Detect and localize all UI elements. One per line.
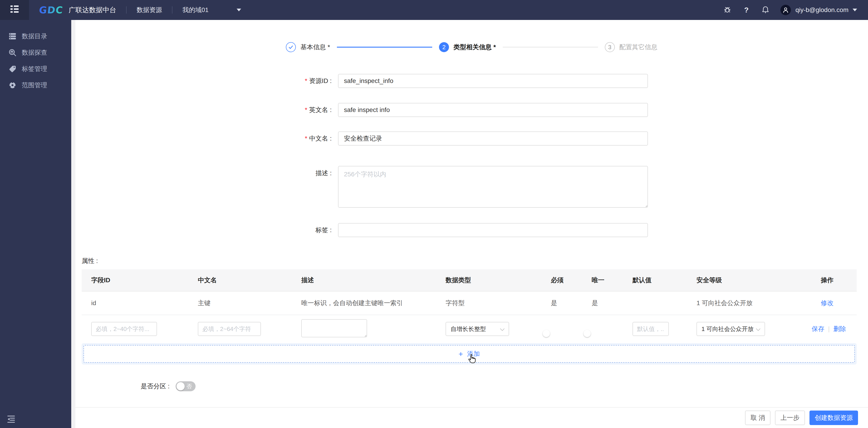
toggle-off-label: 否 (186, 383, 192, 390)
en-name-input[interactable] (338, 103, 648, 117)
step-basic-info[interactable]: 基本信息 * (286, 42, 330, 52)
required-mark: * (305, 135, 307, 142)
avatar (780, 5, 791, 15)
attributes-table: 字段ID 中文名 描述 数据类型 必须 唯一 默认值 安全等级 操作 id 主键… (82, 269, 857, 343)
step-label: 类型相关信息 * (454, 43, 496, 52)
database-icon (9, 32, 16, 40)
nav-data-resource[interactable]: 数据资源 (136, 6, 162, 14)
cell-security: 1 可向社会公众开放 (687, 299, 812, 307)
field-label: 描述 : (75, 169, 332, 178)
account-menu[interactable]: qiy-b@glodon.com (770, 5, 857, 15)
app-root: GDC 广联达数据中台 数据资源 我的域01 ? (0, 0, 868, 428)
create-data-resource-button[interactable]: 创建数据资源 (809, 410, 858, 425)
cn-name-input[interactable] (338, 131, 648, 145)
toggle-on-label: 是 (554, 330, 559, 337)
cell-field-id: id (82, 299, 188, 307)
step-type-info[interactable]: 2 类型相关信息 * (439, 42, 496, 52)
add-row-container: + 添加 (82, 343, 857, 365)
resource-id-input[interactable] (338, 74, 648, 88)
cell-required: 是 (541, 299, 582, 307)
add-button-label: 添加 (467, 350, 480, 358)
step-number: 2 (439, 42, 449, 52)
sidebar-item-label: 标签管理 (22, 65, 47, 73)
check-icon (288, 44, 293, 50)
sidebar-item-data-explore[interactable]: 数据探查 (0, 44, 71, 61)
brand: GDC 广联达数据中台 (39, 4, 116, 15)
sidebar-item-label: 数据探查 (22, 48, 47, 57)
step-connector (337, 47, 432, 47)
help-icon: ? (744, 6, 749, 14)
security-level-select-value: 1 可向社会公众开放 (702, 325, 754, 333)
tag-icon (9, 65, 16, 73)
desc-cell-textarea[interactable] (301, 319, 367, 337)
footer-bar: 取 消 上一步 创建数据资源 (75, 407, 868, 428)
table-header-row: 字段ID 中文名 描述 数据类型 必须 唯一 默认值 安全等级 操作 (82, 269, 857, 292)
security-level-select[interactable]: 1 可向社会公众开放 (696, 322, 765, 336)
data-type-select[interactable]: 自增长长整型 (445, 322, 509, 336)
notifications-button[interactable] (762, 6, 770, 14)
col-actions: 操作 (812, 276, 857, 285)
cell-data-type: 字符型 (436, 299, 541, 307)
caret-down-icon (852, 9, 857, 11)
step-label: 配置其它信息 (619, 43, 657, 52)
scrollbar-track[interactable] (71, 20, 75, 428)
cell-unique: 是 (582, 299, 623, 307)
col-data-type: 数据类型 (436, 276, 541, 285)
explore-icon (9, 49, 16, 57)
toggle-on-label: 是 (595, 330, 600, 337)
col-field-id: 字段ID (82, 276, 188, 285)
plus-icon: + (459, 350, 463, 358)
partition-label: 是否分区 : (141, 382, 170, 391)
attributes-title: 属性 : (82, 257, 98, 265)
table-edit-row: 自增长长整型 是 是 (82, 315, 857, 343)
cancel-button[interactable]: 取 消 (745, 410, 770, 425)
menu-fold-button[interactable] (7, 415, 15, 423)
col-required: 必须 (541, 276, 582, 285)
top-bar: GDC 广联达数据中台 数据资源 我的域01 ? (0, 0, 868, 20)
default-value-input[interactable] (632, 322, 669, 336)
required-mark: * (305, 77, 307, 84)
delete-link[interactable]: 删除 (833, 325, 846, 332)
scope-icon (9, 81, 16, 89)
sidebar-item-scope-management[interactable]: 范围管理 (0, 77, 71, 93)
cell-cn-name: 主键 (188, 299, 292, 307)
apps-menu-icon (10, 5, 19, 14)
chevron-down-icon (500, 326, 504, 331)
domain-selector[interactable]: 我的域01 (182, 6, 241, 14)
apps-menu-button[interactable] (0, 0, 29, 20)
col-desc: 描述 (292, 276, 436, 285)
cn-name-cell-input[interactable] (198, 322, 261, 336)
sidebar-item-label: 范围管理 (22, 81, 47, 90)
col-cn-name: 中文名 (188, 276, 292, 285)
field-id-input[interactable] (91, 322, 157, 336)
main-content: 基本信息 * 2 类型相关信息 * 3 配置其它信息 *资源ID : *英文名 … (75, 20, 868, 407)
previous-step-button[interactable]: 上一步 (775, 410, 805, 425)
field-label: *英文名 : (75, 103, 332, 117)
help-button[interactable]: ? (742, 6, 750, 14)
description-textarea[interactable] (338, 166, 648, 208)
cell-desc: 唯一标识，会自动创建主键唯一索引 (292, 299, 436, 307)
data-type-select-value: 自增长长整型 (451, 325, 486, 333)
product-name: 广联达数据中台 (68, 5, 116, 15)
step-done-circle (286, 42, 296, 52)
table-row: id 主键 唯一标识，会自动创建主键唯一索引 字符型 是 是 1 可向社会公众开… (82, 292, 857, 315)
step-number: 3 (605, 42, 615, 52)
field-label: 标签 : (75, 223, 332, 237)
partition-toggle[interactable]: 否 (176, 381, 195, 391)
top-bar-actions: ? qiy-b@glodon.com (712, 5, 868, 15)
tags-input[interactable] (338, 223, 648, 237)
col-unique: 唯一 (582, 276, 623, 285)
add-field-button[interactable]: + 添加 (84, 345, 855, 363)
required-mark: * (305, 106, 307, 113)
step-other-config[interactable]: 3 配置其它信息 (605, 42, 657, 52)
field-label: *资源ID : (75, 74, 332, 88)
edit-link[interactable]: 修改 (821, 299, 834, 306)
menu-fold-icon (7, 415, 15, 423)
bug-report-button[interactable] (723, 6, 732, 14)
sidebar-item-data-catalog[interactable]: 数据目录 (0, 28, 71, 44)
action-separator: | (828, 325, 830, 332)
wizard-stepper: 基本信息 * 2 类型相关信息 * 3 配置其它信息 (75, 42, 868, 52)
sidebar-item-tag-management[interactable]: 标签管理 (0, 61, 71, 77)
save-link[interactable]: 保存 (812, 325, 825, 332)
chevron-down-icon (756, 326, 760, 331)
